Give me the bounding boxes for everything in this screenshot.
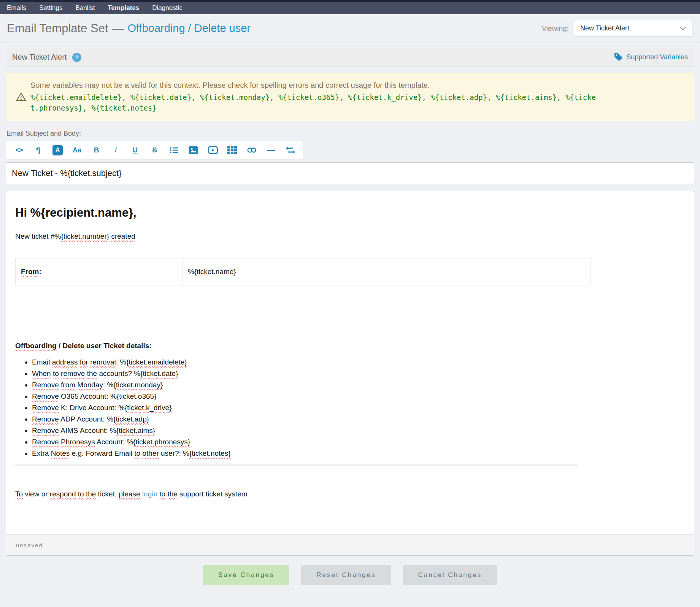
paragraph-icon[interactable]: ¶ [29, 143, 48, 157]
editor-label: Email Subject and Body: [6, 130, 694, 138]
list-item: Remove ADP Account: %{ticket.adp} [32, 414, 685, 424]
subject-input[interactable] [6, 162, 694, 184]
image-icon[interactable] [184, 143, 203, 157]
nav-item-templates[interactable]: Templates [108, 4, 139, 12]
chevron-down-icon [680, 24, 686, 32]
link-icon[interactable] [242, 143, 261, 157]
list-icon[interactable] [164, 143, 184, 157]
login-link[interactable]: login [142, 490, 157, 498]
template-name: Offboarding / Delete user [128, 22, 251, 35]
video-icon[interactable] [203, 143, 222, 157]
viewing-select[interactable]: New Ticket Alert [574, 20, 692, 37]
from-label-cell: From: [16, 258, 183, 285]
warning-triangle-icon [16, 92, 26, 103]
list-item: Remove Phronesys Account: %{ticket.phron… [32, 437, 685, 447]
status-text: unsaved [16, 542, 43, 548]
list-item: Extra Notes e.g. Forward Email to other … [32, 448, 685, 458]
details-heading: Offboarding / Delete user Ticket details… [15, 342, 685, 350]
list-item: Remove from Monday: %{ticket.monday} [32, 380, 685, 390]
section-title: New Ticket Alert [12, 53, 67, 62]
viewing-label: Viewing: [542, 24, 569, 33]
viewing-area: Viewing: New Ticket Alert [542, 20, 692, 37]
warning-variables: %{ticket.emaildelete}, %{ticket.date}, %… [30, 92, 598, 113]
nav-item-diagnostic[interactable]: Diagnostic [152, 4, 182, 12]
nav-item-settings[interactable]: Settings [39, 4, 62, 12]
table-icon[interactable] [222, 143, 242, 157]
list-item: Remove O365 Account: %{ticket.o365} [32, 391, 685, 401]
list-item: Remove K: Drive Account: %{ticket.k_driv… [32, 403, 685, 413]
italic-icon[interactable]: I [106, 143, 125, 157]
section-bar: New Ticket Alert ? Supported Variables [6, 48, 694, 67]
email-body-editor[interactable]: Hi %{recipient.name}, New ticket #%{tick… [6, 191, 694, 556]
page-header: Email Template Set — Offboarding / Delet… [0, 14, 700, 43]
help-icon[interactable]: ? [72, 53, 81, 62]
cancel-button[interactable]: Cancel Changes [403, 565, 497, 585]
supported-variables-link[interactable]: Supported Variables [614, 52, 688, 62]
warning-banner: Some variables may not be a valid for th… [6, 73, 694, 121]
tag-icon [614, 52, 623, 62]
code-icon[interactable]: <> [9, 143, 29, 157]
list-item: Email address for removal: %{ticket.emai… [32, 357, 685, 367]
ticket-details-list: Email address for removal: %{ticket.emai… [15, 357, 685, 458]
underline-icon[interactable]: U [125, 143, 145, 157]
strikethrough-icon[interactable]: S [145, 143, 164, 157]
status-bar: unsaved [6, 534, 694, 555]
swap-arrows-icon[interactable] [281, 143, 300, 157]
body-divider [15, 464, 578, 466]
font-size-icon[interactable]: Aa [67, 143, 87, 157]
warning-message: Some variables may not be a valid for th… [30, 80, 684, 90]
nav-item-banlist[interactable]: Banlist [75, 4, 95, 12]
bold-icon[interactable]: B [87, 143, 106, 157]
email-body-content: Hi %{recipient.name}, New ticket #%{tick… [6, 191, 694, 498]
supported-variables-label: Supported Variables [626, 53, 688, 61]
table-row: From: %{ticket.name} [16, 258, 591, 285]
page-title: Email Template Set [7, 22, 108, 35]
title-separator: — [112, 22, 124, 35]
actions-row: Save Changes Reset Changes Cancel Change… [0, 565, 700, 585]
list-item: Remove AIMS Account: %{ticket.aims} [32, 425, 685, 436]
body-footer-line: To view or respond to the ticket, please… [15, 490, 685, 498]
viewing-select-value: New Ticket Alert [580, 24, 680, 32]
nav-item-emails[interactable]: Emails [7, 4, 26, 12]
font-color-icon[interactable]: A [48, 143, 67, 157]
save-button[interactable]: Save Changes [203, 565, 290, 585]
reset-button[interactable]: Reset Changes [301, 565, 391, 585]
list-item: When to remove the accounts? %{ticket.da… [32, 368, 685, 379]
body-heading: Hi %{recipient.name}, [15, 206, 685, 220]
navbar: EmailsSettingsBanlistTemplatesDiagnostic [0, 2, 700, 14]
body-intro: New ticket #%{ticket.number} created [15, 231, 685, 241]
from-table: From: %{ticket.name} [15, 258, 591, 285]
from-value-cell: %{ticket.name} [182, 258, 591, 285]
horizontal-line-icon[interactable] [261, 143, 281, 157]
editor-toolbar: <>¶AAaBIUS [6, 141, 303, 160]
